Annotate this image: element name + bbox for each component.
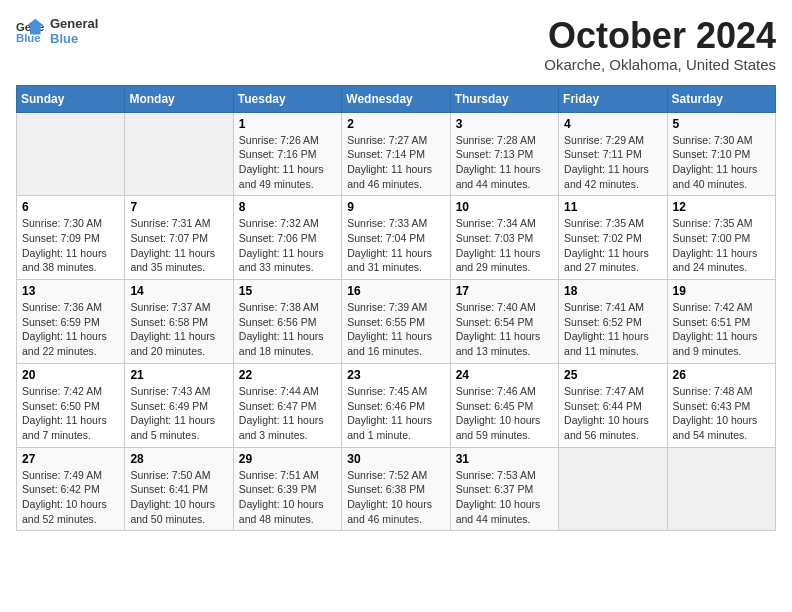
- logo: General Blue General Blue: [16, 16, 98, 46]
- day-number: 15: [239, 284, 336, 298]
- day-detail: Sunrise: 7:46 AMSunset: 6:45 PMDaylight:…: [456, 384, 553, 443]
- day-detail: Sunrise: 7:30 AMSunset: 7:10 PMDaylight:…: [673, 133, 770, 192]
- month-title: October 2024: [544, 16, 776, 56]
- day-number: 24: [456, 368, 553, 382]
- table-row: 24Sunrise: 7:46 AMSunset: 6:45 PMDayligh…: [450, 363, 558, 447]
- day-detail: Sunrise: 7:27 AMSunset: 7:14 PMDaylight:…: [347, 133, 444, 192]
- day-detail: Sunrise: 7:43 AMSunset: 6:49 PMDaylight:…: [130, 384, 227, 443]
- table-row: 15Sunrise: 7:38 AMSunset: 6:56 PMDayligh…: [233, 280, 341, 364]
- table-row: 18Sunrise: 7:41 AMSunset: 6:52 PMDayligh…: [559, 280, 667, 364]
- day-detail: Sunrise: 7:34 AMSunset: 7:03 PMDaylight:…: [456, 216, 553, 275]
- logo-line1: General: [50, 16, 98, 31]
- day-number: 16: [347, 284, 444, 298]
- table-row: 30Sunrise: 7:52 AMSunset: 6:38 PMDayligh…: [342, 447, 450, 531]
- table-row: 9Sunrise: 7:33 AMSunset: 7:04 PMDaylight…: [342, 196, 450, 280]
- day-number: 3: [456, 117, 553, 131]
- calendar-table: Sunday Monday Tuesday Wednesday Thursday…: [16, 85, 776, 532]
- day-detail: Sunrise: 7:32 AMSunset: 7:06 PMDaylight:…: [239, 216, 336, 275]
- table-row: 28Sunrise: 7:50 AMSunset: 6:41 PMDayligh…: [125, 447, 233, 531]
- day-number: 9: [347, 200, 444, 214]
- table-row: 13Sunrise: 7:36 AMSunset: 6:59 PMDayligh…: [17, 280, 125, 364]
- day-detail: Sunrise: 7:37 AMSunset: 6:58 PMDaylight:…: [130, 300, 227, 359]
- day-number: 31: [456, 452, 553, 466]
- table-row: [667, 447, 775, 531]
- page-header: General Blue General Blue October 2024 O…: [16, 16, 776, 73]
- day-number: 29: [239, 452, 336, 466]
- calendar-week-row: 20Sunrise: 7:42 AMSunset: 6:50 PMDayligh…: [17, 363, 776, 447]
- day-number: 14: [130, 284, 227, 298]
- table-row: 16Sunrise: 7:39 AMSunset: 6:55 PMDayligh…: [342, 280, 450, 364]
- day-detail: Sunrise: 7:50 AMSunset: 6:41 PMDaylight:…: [130, 468, 227, 527]
- day-number: 17: [456, 284, 553, 298]
- table-row: 12Sunrise: 7:35 AMSunset: 7:00 PMDayligh…: [667, 196, 775, 280]
- table-row: 26Sunrise: 7:48 AMSunset: 6:43 PMDayligh…: [667, 363, 775, 447]
- day-number: 30: [347, 452, 444, 466]
- day-number: 5: [673, 117, 770, 131]
- calendar-week-row: 13Sunrise: 7:36 AMSunset: 6:59 PMDayligh…: [17, 280, 776, 364]
- table-row: 27Sunrise: 7:49 AMSunset: 6:42 PMDayligh…: [17, 447, 125, 531]
- day-detail: Sunrise: 7:38 AMSunset: 6:56 PMDaylight:…: [239, 300, 336, 359]
- day-number: 2: [347, 117, 444, 131]
- col-sunday: Sunday: [17, 85, 125, 112]
- table-row: 10Sunrise: 7:34 AMSunset: 7:03 PMDayligh…: [450, 196, 558, 280]
- table-row: 1Sunrise: 7:26 AMSunset: 7:16 PMDaylight…: [233, 112, 341, 196]
- day-detail: Sunrise: 7:28 AMSunset: 7:13 PMDaylight:…: [456, 133, 553, 192]
- table-row: 19Sunrise: 7:42 AMSunset: 6:51 PMDayligh…: [667, 280, 775, 364]
- table-row: 17Sunrise: 7:40 AMSunset: 6:54 PMDayligh…: [450, 280, 558, 364]
- title-block: October 2024 Okarche, Oklahoma, United S…: [544, 16, 776, 73]
- day-detail: Sunrise: 7:30 AMSunset: 7:09 PMDaylight:…: [22, 216, 119, 275]
- table-row: 21Sunrise: 7:43 AMSunset: 6:49 PMDayligh…: [125, 363, 233, 447]
- day-number: 25: [564, 368, 661, 382]
- calendar-week-row: 27Sunrise: 7:49 AMSunset: 6:42 PMDayligh…: [17, 447, 776, 531]
- day-number: 1: [239, 117, 336, 131]
- day-detail: Sunrise: 7:26 AMSunset: 7:16 PMDaylight:…: [239, 133, 336, 192]
- table-row: 31Sunrise: 7:53 AMSunset: 6:37 PMDayligh…: [450, 447, 558, 531]
- table-row: 29Sunrise: 7:51 AMSunset: 6:39 PMDayligh…: [233, 447, 341, 531]
- col-thursday: Thursday: [450, 85, 558, 112]
- calendar-week-row: 1Sunrise: 7:26 AMSunset: 7:16 PMDaylight…: [17, 112, 776, 196]
- day-detail: Sunrise: 7:49 AMSunset: 6:42 PMDaylight:…: [22, 468, 119, 527]
- day-detail: Sunrise: 7:40 AMSunset: 6:54 PMDaylight:…: [456, 300, 553, 359]
- table-row: 23Sunrise: 7:45 AMSunset: 6:46 PMDayligh…: [342, 363, 450, 447]
- col-friday: Friday: [559, 85, 667, 112]
- day-number: 8: [239, 200, 336, 214]
- table-row: 25Sunrise: 7:47 AMSunset: 6:44 PMDayligh…: [559, 363, 667, 447]
- col-wednesday: Wednesday: [342, 85, 450, 112]
- day-number: 23: [347, 368, 444, 382]
- day-detail: Sunrise: 7:35 AMSunset: 7:02 PMDaylight:…: [564, 216, 661, 275]
- day-detail: Sunrise: 7:53 AMSunset: 6:37 PMDaylight:…: [456, 468, 553, 527]
- day-detail: Sunrise: 7:42 AMSunset: 6:50 PMDaylight:…: [22, 384, 119, 443]
- day-number: 13: [22, 284, 119, 298]
- day-detail: Sunrise: 7:51 AMSunset: 6:39 PMDaylight:…: [239, 468, 336, 527]
- logo-icon: General Blue: [16, 17, 44, 45]
- day-detail: Sunrise: 7:47 AMSunset: 6:44 PMDaylight:…: [564, 384, 661, 443]
- day-number: 21: [130, 368, 227, 382]
- table-row: 22Sunrise: 7:44 AMSunset: 6:47 PMDayligh…: [233, 363, 341, 447]
- table-row: 5Sunrise: 7:30 AMSunset: 7:10 PMDaylight…: [667, 112, 775, 196]
- day-detail: Sunrise: 7:31 AMSunset: 7:07 PMDaylight:…: [130, 216, 227, 275]
- day-detail: Sunrise: 7:44 AMSunset: 6:47 PMDaylight:…: [239, 384, 336, 443]
- location-subtitle: Okarche, Oklahoma, United States: [544, 56, 776, 73]
- day-detail: Sunrise: 7:52 AMSunset: 6:38 PMDaylight:…: [347, 468, 444, 527]
- calendar-header-row: Sunday Monday Tuesday Wednesday Thursday…: [17, 85, 776, 112]
- table-row: [125, 112, 233, 196]
- day-number: 28: [130, 452, 227, 466]
- day-detail: Sunrise: 7:36 AMSunset: 6:59 PMDaylight:…: [22, 300, 119, 359]
- day-number: 6: [22, 200, 119, 214]
- day-number: 12: [673, 200, 770, 214]
- table-row: 7Sunrise: 7:31 AMSunset: 7:07 PMDaylight…: [125, 196, 233, 280]
- day-number: 22: [239, 368, 336, 382]
- day-number: 27: [22, 452, 119, 466]
- table-row: 14Sunrise: 7:37 AMSunset: 6:58 PMDayligh…: [125, 280, 233, 364]
- calendar-week-row: 6Sunrise: 7:30 AMSunset: 7:09 PMDaylight…: [17, 196, 776, 280]
- day-number: 18: [564, 284, 661, 298]
- table-row: 2Sunrise: 7:27 AMSunset: 7:14 PMDaylight…: [342, 112, 450, 196]
- day-detail: Sunrise: 7:42 AMSunset: 6:51 PMDaylight:…: [673, 300, 770, 359]
- table-row: [17, 112, 125, 196]
- day-number: 26: [673, 368, 770, 382]
- day-number: 20: [22, 368, 119, 382]
- day-number: 10: [456, 200, 553, 214]
- table-row: [559, 447, 667, 531]
- day-number: 11: [564, 200, 661, 214]
- day-number: 19: [673, 284, 770, 298]
